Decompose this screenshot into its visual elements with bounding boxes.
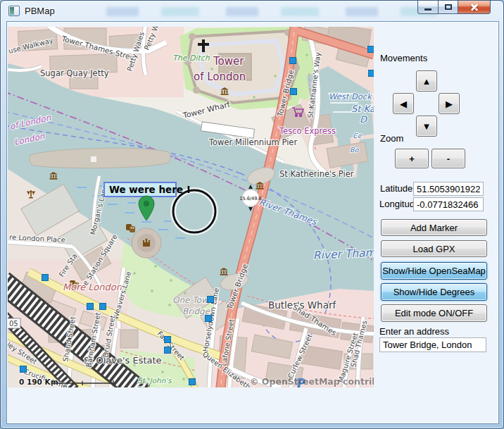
edit-vertex-handle[interactable] xyxy=(291,89,297,95)
map-label: West Dock xyxy=(329,92,373,101)
edit-vertex-handle[interactable] xyxy=(87,304,94,310)
move-left-button[interactable]: ◀ xyxy=(393,93,414,114)
degrees-label: Show/Hide Degrees xyxy=(393,287,475,297)
map-label: Sugar Quay Jetty xyxy=(40,68,109,78)
move-right-button[interactable]: ▶ xyxy=(439,93,460,114)
edit-vertex-handle[interactable] xyxy=(189,379,196,385)
map-label: Tesco Express xyxy=(279,126,336,136)
right-arrow-icon: ▶ xyxy=(446,99,453,109)
map-label: Bo xyxy=(350,146,360,154)
load-gpx-button[interactable]: Load GPX xyxy=(381,240,487,257)
map-label: The Ditch xyxy=(172,54,210,63)
pontoon-hut xyxy=(91,156,96,162)
river-pontoon xyxy=(30,148,170,168)
osm-attribution: © OpenStreetMap contributors xyxy=(250,376,374,387)
latitude-input[interactable] xyxy=(413,182,484,196)
map-label: St. John's xyxy=(137,376,172,385)
movements-label: Movements xyxy=(380,53,427,63)
maximize-button[interactable] xyxy=(439,1,458,14)
add-marker-label: Add Marker xyxy=(410,223,458,233)
minimize-icon xyxy=(424,8,431,11)
edit-mode-button[interactable]: Edit mode ON/OFF xyxy=(381,304,487,322)
up-arrow-icon: ▲ xyxy=(422,76,431,87)
map-label: Churchyard xyxy=(136,385,179,387)
left-arrow-icon: ◀ xyxy=(400,99,407,109)
zoom-out-button[interactable]: - xyxy=(431,149,465,168)
edit-vertex-handle[interactable] xyxy=(208,297,214,303)
add-marker-button[interactable]: Add Marker xyxy=(381,219,487,236)
edit-vertex-handle[interactable] xyxy=(20,366,27,373)
map-label: St Katherine's Pier xyxy=(279,169,354,179)
edit-vertex-handle[interactable] xyxy=(165,337,171,343)
zoom-label: Zoom xyxy=(380,133,403,144)
aero-glass-streaks xyxy=(106,7,437,16)
road-ref-text: 05 xyxy=(9,320,18,328)
app-window: PBMap xyxy=(0,0,504,429)
move-down-button[interactable]: ▼ xyxy=(416,116,437,137)
close-icon xyxy=(470,2,479,12)
address-label: Enter an address xyxy=(379,326,449,337)
edit-mode-label: Edit mode ON/OFF xyxy=(395,308,473,318)
move-up-button[interactable]: ▲ xyxy=(416,70,437,92)
map-label: Tower xyxy=(213,55,244,68)
map-label: St Ka xyxy=(351,104,374,114)
edit-vertex-handle[interactable] xyxy=(42,275,49,281)
latitude-label: Latitude xyxy=(380,183,412,194)
edit-vertex-handle[interactable] xyxy=(206,316,212,322)
map-canvas[interactable]: 05 P use WalkwayTower Thames StreetPetty… xyxy=(8,27,374,387)
address-input[interactable] xyxy=(379,337,486,352)
map-label: Bridge xyxy=(182,306,211,316)
edit-vertex-handle[interactable] xyxy=(165,347,171,354)
map-label: Ce xyxy=(353,132,363,139)
edit-vertex-handle[interactable] xyxy=(290,58,296,64)
plus-icon: + xyxy=(409,154,415,164)
toggle-degrees-button[interactable]: Show/Hide Degrees xyxy=(381,283,487,301)
app-icon xyxy=(8,6,20,16)
openseamap-label: Show/Hide OpenSeaMap xyxy=(382,266,486,276)
bridge-badge-text: 15.6/49.6 xyxy=(239,196,262,201)
map-label: St Olave's Estate xyxy=(84,355,162,366)
edit-vertex-handle[interactable] xyxy=(100,304,106,310)
map-label: More London xyxy=(63,282,122,292)
map-label: of London xyxy=(194,70,246,83)
pin-hole xyxy=(144,201,149,206)
edit-vertex-handle[interactable] xyxy=(369,70,374,77)
maximize-icon xyxy=(445,4,452,10)
load-gpx-label: Load GPX xyxy=(413,244,455,254)
close-button[interactable] xyxy=(458,1,491,14)
window-title: PBMap xyxy=(25,6,55,16)
marker-label-text: We were here ! xyxy=(109,184,191,195)
down-arrow-icon: ▼ xyxy=(422,121,431,132)
zoom-in-button[interactable]: + xyxy=(395,149,429,168)
longitude-input[interactable] xyxy=(413,197,484,211)
edit-vertex-handle[interactable] xyxy=(368,46,374,53)
minus-icon: - xyxy=(447,154,450,164)
toggle-openseamap-button[interactable]: Show/Hide OpenSeaMap xyxy=(381,262,487,280)
title-bar[interactable]: PBMap xyxy=(1,1,503,21)
minimize-button[interactable] xyxy=(417,1,439,14)
map-label: Tower Millennium Pier xyxy=(208,137,297,147)
